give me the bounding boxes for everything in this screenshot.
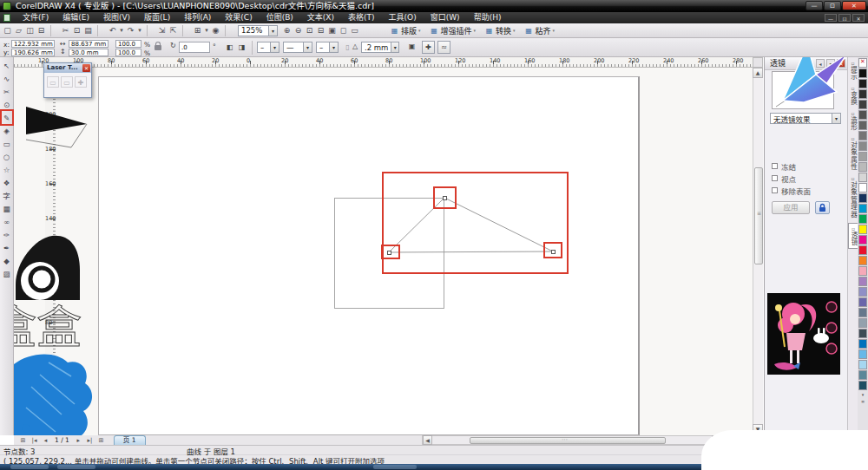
basic-shapes-tool-icon[interactable]: ❖ <box>1 177 13 189</box>
start-arrowhead-combo[interactable]: –▾ <box>257 42 279 53</box>
lock-button[interactable] <box>815 201 830 214</box>
color-swatch-12[interactable] <box>858 183 867 193</box>
blob-ring-shape[interactable] <box>30 268 53 290</box>
prev-page-icon[interactable]: ◂ <box>40 437 51 444</box>
zoom-page-width-icon[interactable]: ◻ <box>338 25 349 36</box>
zoom-page-icon[interactable]: ▣ <box>326 25 338 36</box>
color-swatch-7[interactable] <box>858 131 867 140</box>
color-swatch-24[interactable] <box>858 308 867 317</box>
vertical-scrollbar[interactable]: ▲ ▼ <box>753 68 763 435</box>
mirror-vertical-icon[interactable]: ◨ <box>236 42 247 53</box>
zoom-all-objects-icon[interactable]: ⊟ <box>315 25 326 36</box>
color-swatch-22[interactable] <box>858 287 867 297</box>
close-icon[interactable]: ✕ <box>82 64 90 72</box>
y-position-field[interactable]: 190.626 mm <box>11 49 55 56</box>
add-page-end-icon[interactable]: ⊞ <box>95 437 107 444</box>
menu-item-4[interactable]: 排列(A) <box>177 12 218 23</box>
smart-fill-tool-icon[interactable]: ◈ <box>1 125 13 137</box>
docker-tab-4[interactable]: ▫对象管理器 <box>849 175 858 219</box>
close-button[interactable]: ✕ <box>842 1 866 10</box>
redo-icon[interactable]: ↷ <box>125 25 136 36</box>
color-swatch-20[interactable] <box>858 266 867 276</box>
save-icon[interactable]: ◫ <box>24 25 36 36</box>
cut-icon[interactable]: ✂ <box>60 25 71 36</box>
symmetrical-nodes-icon[interactable]: ▣ <box>406 41 418 52</box>
horizontal-scrollbar-thumb[interactable] <box>470 437 666 444</box>
rotation-field[interactable]: .0 <box>179 42 210 53</box>
color-swatch-5[interactable] <box>858 110 867 120</box>
color-swatch-14[interactable] <box>858 204 867 213</box>
x-position-field[interactable]: 122.932 mm <box>11 40 55 48</box>
object-height-field[interactable]: 30.0 mm <box>69 49 108 56</box>
taskbar-button[interactable] <box>10 465 49 469</box>
next-page-icon[interactable]: ▸ <box>73 437 84 444</box>
app-launcher-icon[interactable]: ⊞ <box>192 25 203 36</box>
plugin-button-2[interactable]: ▦转换▾ <box>484 24 516 36</box>
horizontal-ruler[interactable]: 1201008060402002040608010012014016018020… <box>14 57 753 68</box>
document-minimize-button[interactable]: — <box>825 14 837 22</box>
color-swatch-30[interactable] <box>858 370 867 380</box>
menu-item-2[interactable]: 视图(V) <box>96 12 137 23</box>
docker-tab-3[interactable]: ▫对象属性 <box>849 135 858 171</box>
menu-item-5[interactable]: 效果(C) <box>218 12 259 23</box>
color-swatch-21[interactable] <box>858 277 867 286</box>
chevron-down-icon[interactable]: ▾ <box>832 114 840 123</box>
blue-dot-shape[interactable] <box>23 425 30 433</box>
outline-width-combo[interactable]: .2 mm▾ <box>361 42 399 53</box>
color-swatch-1[interactable] <box>858 69 867 78</box>
color-swatch-3[interactable] <box>858 89 867 99</box>
scroll-up-icon[interactable]: ▲ <box>753 68 763 78</box>
horizontal-scrollbar[interactable]: ◀ ▶ <box>422 435 722 445</box>
menu-item-11[interactable]: 帮助(H) <box>467 12 509 23</box>
laser-preset-3-icon[interactable]: ✚ <box>75 76 87 88</box>
first-page-icon[interactable]: |◂ <box>29 437 40 444</box>
undo-icon[interactable]: ↶ <box>107 25 118 36</box>
color-swatch-19[interactable] <box>858 256 867 265</box>
lens-checkbox-2[interactable]: 移除表面 <box>772 186 811 195</box>
scale-v-field[interactable]: 100.0 <box>115 49 141 56</box>
laser-preset-1-icon[interactable]: ▭ <box>47 76 59 88</box>
minimize-button[interactable]: — <box>806 1 823 10</box>
color-swatch-27[interactable] <box>858 339 867 349</box>
page-tab[interactable]: 页 1 <box>114 435 146 445</box>
outline-text[interactable]: 盒 <box>36 302 82 354</box>
color-swatch-18[interactable] <box>858 245 867 255</box>
black-flag-shape[interactable] <box>26 107 87 134</box>
lens-effect-combo[interactable]: 无透镜效果 ▾ <box>770 113 841 124</box>
color-swatch-11[interactable] <box>858 173 867 182</box>
corel-online-icon[interactable]: ◉ <box>210 25 221 36</box>
laser-toolbar-titlebar[interactable]: Laser T... ✕ <box>44 63 91 73</box>
outline-pen-tool-icon[interactable]: ✒ <box>1 242 13 254</box>
chevron-down-icon[interactable]: ▾ <box>268 26 277 36</box>
plugin-button-0[interactable]: ▦排版▾ <box>390 24 421 36</box>
color-swatch-10[interactable] <box>858 162 867 172</box>
lock-ratio-icon[interactable] <box>155 45 161 50</box>
rectangle-tool-icon[interactable]: ▭ <box>1 138 13 150</box>
undo-dropdown-icon[interactable]: ▾ <box>118 25 125 36</box>
outline-text-partial[interactable]: 盒 <box>14 302 36 354</box>
curve-node-left[interactable] <box>387 251 391 255</box>
color-swatch-2[interactable] <box>858 79 867 88</box>
text-tool-icon[interactable]: 字 <box>1 190 13 202</box>
scale-h-field[interactable]: 100.0 <box>115 40 141 48</box>
zoom-in-icon[interactable]: ⊕ <box>281 25 293 36</box>
end-arrowhead-combo[interactable]: –▾ <box>316 42 339 53</box>
lens-checkbox-1[interactable]: 视点 <box>772 173 796 183</box>
interactive-fill-tool-icon[interactable]: ▨ <box>1 268 13 280</box>
color-swatch-26[interactable] <box>858 329 867 338</box>
reduce-nodes-icon[interactable]: ✚ <box>422 41 435 54</box>
plugin-button-1[interactable]: ▦增强插件▾ <box>430 24 477 36</box>
document-restore-button[interactable]: ⊡ <box>838 14 851 22</box>
color-swatch-4[interactable] <box>858 100 867 109</box>
plugin-button-3[interactable]: ▦粘齐▾ <box>524 24 556 36</box>
zoom-selected-icon[interactable]: ⊡ <box>304 25 315 36</box>
lens-checkbox-0[interactable]: 冻结 <box>772 161 796 171</box>
menu-item-8[interactable]: 表格(T) <box>341 12 382 23</box>
zoom-tool-icon[interactable]: ⊙ <box>1 99 13 111</box>
scroll-left-icon[interactable]: ◀ <box>423 435 432 445</box>
maximize-button[interactable]: ⊡ <box>824 1 841 10</box>
launcher-dropdown-icon[interactable]: ▾ <box>203 25 210 36</box>
color-swatch-16[interactable] <box>858 225 867 234</box>
color-swatch-9[interactable] <box>858 152 867 161</box>
ruler-origin-corner[interactable] <box>753 57 763 68</box>
